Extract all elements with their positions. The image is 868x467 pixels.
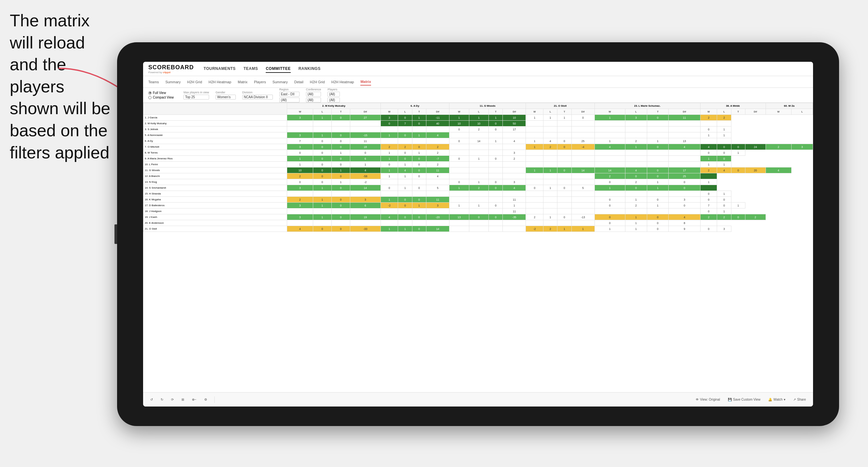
sub-w2: W bbox=[380, 109, 398, 115]
subnav-h2hheatmap1[interactable]: H2H Heatmap bbox=[209, 79, 231, 85]
cell bbox=[526, 197, 544, 203]
cell bbox=[717, 138, 731, 144]
cell bbox=[489, 162, 503, 167]
nav-tournaments[interactable]: TOURNAMENTS bbox=[204, 65, 236, 73]
cell: -2 bbox=[380, 203, 398, 209]
cell bbox=[449, 220, 469, 226]
cell: 0 bbox=[412, 185, 426, 191]
cell bbox=[544, 126, 557, 132]
table-row: 6. A Dy 70011 01414 14025 12113 bbox=[144, 138, 813, 144]
conference-select[interactable]: (All) bbox=[306, 92, 321, 97]
subnav-summary1[interactable]: Summary bbox=[165, 79, 181, 85]
cell: 0 bbox=[731, 167, 745, 173]
redo-button[interactable]: ↻ bbox=[159, 397, 165, 402]
subnav-summary2[interactable]: Summary bbox=[273, 79, 288, 85]
cell bbox=[594, 132, 625, 138]
conference-all-select[interactable]: (All) bbox=[306, 98, 321, 102]
cell bbox=[669, 156, 700, 162]
cell: 1 bbox=[380, 167, 398, 173]
cell bbox=[380, 209, 398, 214]
subnav-teams[interactable]: Teams bbox=[148, 79, 159, 85]
division-select[interactable]: NCAA Division II bbox=[242, 95, 273, 99]
cell: 0 bbox=[313, 156, 331, 162]
cell: 0 bbox=[313, 167, 331, 173]
cell: 0 bbox=[412, 162, 426, 167]
cell: 0 bbox=[287, 179, 313, 185]
cell: 0 bbox=[700, 150, 717, 156]
view-original-button[interactable]: 👁 View: Original bbox=[694, 397, 722, 402]
copy-button[interactable]: ⊞ bbox=[180, 397, 186, 402]
gender-select[interactable]: Women's bbox=[216, 95, 236, 99]
players-all-select[interactable]: (All) bbox=[328, 98, 340, 102]
sub-l6: L bbox=[717, 109, 731, 115]
cell: 1 bbox=[526, 144, 544, 150]
subnav-players[interactable]: Players bbox=[254, 79, 266, 85]
cell bbox=[469, 144, 489, 150]
cell: 3 bbox=[287, 214, 313, 220]
cell: 0 bbox=[331, 197, 350, 203]
share-label: Share bbox=[797, 398, 806, 401]
cell: 1 bbox=[412, 203, 426, 209]
save-custom-view-button[interactable]: 💾 Save Custom View bbox=[726, 397, 762, 402]
cell: 1 bbox=[647, 138, 669, 144]
subnav-matrix2[interactable]: Matrix bbox=[360, 79, 371, 86]
cell bbox=[331, 220, 350, 226]
full-view-radio[interactable] bbox=[148, 91, 152, 95]
player-name: 19. J Kanh bbox=[144, 214, 287, 220]
cell bbox=[571, 126, 594, 132]
zoom-button[interactable]: ⊕− bbox=[190, 397, 198, 402]
cell: 1 bbox=[594, 115, 625, 121]
nav-teams[interactable]: TEAMS bbox=[244, 65, 258, 73]
undo-button[interactable]: ↺ bbox=[148, 397, 155, 402]
region-select[interactable]: East - DII bbox=[279, 92, 300, 97]
cell bbox=[647, 162, 669, 167]
cell bbox=[700, 185, 717, 191]
cell: 1 bbox=[717, 209, 731, 214]
refresh-button[interactable]: ⟳ bbox=[169, 397, 176, 402]
cell: 1 bbox=[449, 115, 469, 121]
subnav-detail[interactable]: Detail bbox=[294, 79, 303, 85]
cell: 2 bbox=[717, 214, 731, 220]
region-all-select[interactable]: (All) bbox=[279, 98, 300, 102]
cell: 0 bbox=[700, 209, 717, 214]
share-button[interactable]: ↗ Share bbox=[791, 397, 808, 402]
subnav-h2hgrid1[interactable]: H2H Grid bbox=[187, 79, 202, 85]
cell bbox=[594, 150, 625, 156]
compact-view-option[interactable]: Compact View bbox=[148, 96, 174, 99]
cell: 1 bbox=[700, 162, 717, 167]
cell bbox=[489, 132, 503, 138]
watch-button[interactable]: 🔔 Watch ▾ bbox=[766, 397, 787, 402]
subnav-h2hgrid2[interactable]: H2H Grid bbox=[310, 79, 325, 85]
sub-l2: L bbox=[398, 109, 412, 115]
cell bbox=[426, 191, 449, 197]
cell bbox=[594, 126, 625, 132]
cell: 0 bbox=[331, 115, 350, 121]
player-name: 13. N Klug bbox=[144, 179, 287, 185]
table-row: 3. S Jelinek 02017 01 bbox=[144, 126, 813, 132]
cell: -35 bbox=[503, 214, 526, 220]
cell: 2 bbox=[544, 144, 557, 150]
cell: 19 bbox=[350, 214, 380, 220]
matrix-area[interactable]: 2. M Kelly Mulcahy 6. A Dy 11. G Woods 2… bbox=[143, 103, 813, 392]
max-players-select[interactable]: Top 25 bbox=[183, 95, 209, 99]
nav-committee[interactable]: COMMITTEE bbox=[266, 65, 291, 73]
subnav-h2hheatmap2[interactable]: H2H Heatmap bbox=[331, 79, 354, 85]
cell: 1 bbox=[469, 115, 489, 121]
cell bbox=[669, 191, 700, 197]
cell: 0 bbox=[489, 214, 503, 220]
cell bbox=[625, 156, 647, 162]
subnav-matrix1[interactable]: Matrix bbox=[238, 79, 247, 85]
nav-rankings[interactable]: RANKINGS bbox=[299, 65, 321, 73]
matrix-table: 2. M Kelly Mulcahy 6. A Dy 11. G Woods 2… bbox=[143, 103, 813, 232]
cell: 4 bbox=[669, 214, 700, 220]
cell bbox=[557, 197, 571, 203]
full-view-option[interactable]: Full View bbox=[148, 91, 174, 95]
cell: 0 bbox=[647, 115, 669, 121]
cell bbox=[669, 132, 700, 138]
players-select[interactable]: (All) bbox=[328, 92, 340, 97]
cell: 0 bbox=[331, 203, 350, 209]
compact-view-radio[interactable] bbox=[148, 96, 152, 99]
cell: 11 bbox=[503, 197, 526, 203]
settings-button[interactable]: ⚙ bbox=[202, 397, 209, 402]
cell: 1 bbox=[594, 138, 625, 144]
